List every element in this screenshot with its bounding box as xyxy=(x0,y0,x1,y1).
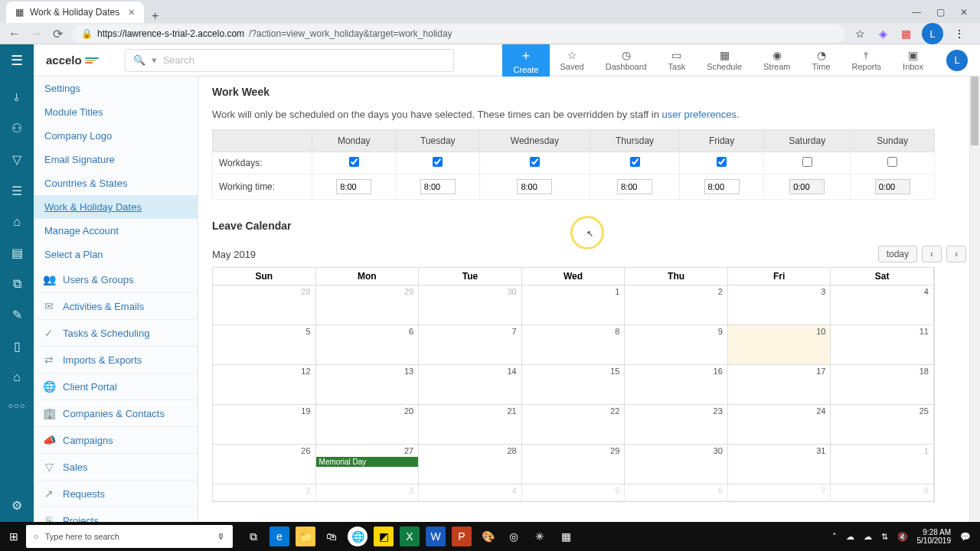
calendar-cell[interactable]: 30 xyxy=(419,285,522,325)
browser-tab[interactable]: ▦ Work & Holiday Dates × xyxy=(6,2,144,23)
forward-icon[interactable]: → xyxy=(29,27,43,41)
working-time-input[interactable] xyxy=(875,179,910,194)
calendar-cell[interactable]: 31 xyxy=(728,445,831,484)
rail-copy-icon[interactable]: ⧉ xyxy=(13,277,21,291)
calendar-cell[interactable]: 22 xyxy=(522,405,626,445)
calendar-cell[interactable]: 5 xyxy=(522,484,626,501)
working-time-input[interactable] xyxy=(789,179,825,194)
logo[interactable]: accelo xyxy=(34,54,111,67)
notes-icon[interactable]: ◩ xyxy=(374,527,394,546)
working-time-input[interactable] xyxy=(517,179,552,194)
rail-user-icon[interactable]: ⚇ xyxy=(11,121,22,135)
slack-icon[interactable]: ✳ xyxy=(530,527,550,546)
search-input[interactable]: 🔍 ▾ Search xyxy=(125,49,454,72)
hamburger-icon[interactable]: ☰ xyxy=(0,44,34,77)
close-icon[interactable]: × xyxy=(129,6,135,18)
sidebar-link[interactable]: Work & Holiday Dates xyxy=(34,195,198,219)
calendar-cell[interactable]: 24 xyxy=(728,405,831,445)
workday-checkbox[interactable] xyxy=(349,157,359,167)
back-icon[interactable]: ← xyxy=(8,27,21,41)
rail-edit-icon[interactable]: ✎ xyxy=(12,308,22,322)
working-time-input[interactable] xyxy=(704,179,740,194)
calendar-cell[interactable]: 21 xyxy=(419,405,522,445)
rail-bag-icon[interactable]: ⌂ xyxy=(13,370,21,384)
calendar-cell[interactable]: 30 xyxy=(625,445,728,484)
tray-up-icon[interactable]: ˄ xyxy=(832,532,837,542)
working-time-input[interactable] xyxy=(336,179,371,194)
rail-doc-icon[interactable]: ▤ xyxy=(11,246,23,260)
notifications-icon[interactable]: 💬 xyxy=(960,532,971,542)
user-preferences-link[interactable]: user preferences xyxy=(662,109,737,120)
sidebar-item[interactable]: 📣Campaigns xyxy=(34,427,198,454)
calendar-cell[interactable]: 4 xyxy=(831,285,934,325)
sidebar-link[interactable]: Manage Account xyxy=(34,219,198,243)
nav-saved[interactable]: ☆Saved xyxy=(550,44,595,77)
calendar-cell[interactable]: 8 xyxy=(522,325,626,365)
taskbar-clock[interactable]: 9:28 AM 5/10/2019 xyxy=(917,528,952,545)
reload-icon[interactable]: ⟳ xyxy=(51,27,64,41)
paint-icon[interactable]: 🎨 xyxy=(478,527,498,546)
sidebar-link[interactable]: Module Titles xyxy=(34,100,198,124)
sidebar-item[interactable]: ▽Sales xyxy=(34,454,198,481)
excel-icon[interactable]: X xyxy=(400,527,420,546)
extension-icon-2[interactable]: ▦ xyxy=(899,28,913,40)
nav-dashboard[interactable]: ◷Dashboard xyxy=(595,44,658,77)
explorer-icon[interactable]: 📁 xyxy=(296,527,315,546)
rail-tag-icon[interactable]: ⌂ xyxy=(13,215,21,229)
nav-task[interactable]: ▭Task xyxy=(658,44,697,77)
scrollbar[interactable] xyxy=(969,77,980,522)
calendar-cell[interactable]: 1 xyxy=(831,445,934,484)
calendar-cell[interactable]: 12 xyxy=(213,365,316,405)
calendar-cell[interactable]: 23 xyxy=(625,405,728,445)
working-time-input[interactable] xyxy=(617,179,652,194)
calendar-cell[interactable]: 10 xyxy=(728,325,831,365)
address-bar[interactable]: 🔒 https://lawrence-s-trial-2.accelo.com/… xyxy=(72,24,845,43)
nav-time[interactable]: ◔Time xyxy=(802,44,841,77)
calendar-cell[interactable]: 16 xyxy=(625,365,728,405)
rail-filter-icon[interactable]: ▽ xyxy=(12,152,21,167)
sidebar-item[interactable]: ↗Requests xyxy=(34,481,198,507)
close-window-icon[interactable]: ✕ xyxy=(960,7,968,18)
rail-page-icon[interactable]: ▯ xyxy=(14,339,21,354)
sidebar-link[interactable]: Settings xyxy=(34,77,198,100)
calendar-cell[interactable]: 2 xyxy=(625,285,728,325)
nav-stream[interactable]: ◉Stream xyxy=(753,44,801,77)
workday-checkbox[interactable] xyxy=(433,157,443,167)
calendar-cell[interactable]: 20 xyxy=(316,405,420,445)
calendar-cell[interactable]: 29 xyxy=(316,285,420,325)
word-icon[interactable]: W xyxy=(426,527,446,546)
tray-sound-icon[interactable]: 🔇 xyxy=(897,532,908,542)
maximize-icon[interactable]: ▢ xyxy=(936,7,945,18)
rail-more-icon[interactable]: ○○○ xyxy=(8,401,26,410)
minimize-icon[interactable]: — xyxy=(912,7,921,18)
workday-checkbox[interactable] xyxy=(530,157,540,167)
calendar-cell[interactable]: 4 xyxy=(419,484,522,501)
sidebar-item[interactable]: ✓Tasks & Scheduling xyxy=(34,320,198,347)
tray-wifi-icon[interactable]: ⇅ xyxy=(881,532,888,542)
sidebar-link[interactable]: Email Signature xyxy=(34,148,198,171)
create-button[interactable]: ＋Create xyxy=(502,44,549,77)
edge-icon[interactable]: e xyxy=(270,527,289,546)
sidebar-item[interactable]: ⎘Projects xyxy=(34,507,198,522)
rail-list-icon[interactable]: ☰ xyxy=(11,184,22,198)
sidebar-link[interactable]: Select a Plan xyxy=(34,243,198,266)
workday-checkbox[interactable] xyxy=(887,157,897,167)
calendar-event[interactable]: Memorial Day xyxy=(316,457,419,467)
calendar-cell[interactable]: 17 xyxy=(728,365,831,405)
tray-onedrive-icon[interactable]: ☁ xyxy=(846,532,854,542)
nav-inbox[interactable]: ▣Inbox xyxy=(892,44,934,77)
calendar-cell[interactable]: 3 xyxy=(728,285,831,325)
sidebar-item[interactable]: ✉Activities & Emails xyxy=(34,293,198,320)
calendar-cell[interactable]: 6 xyxy=(625,484,728,501)
calc-icon[interactable]: ▦ xyxy=(556,527,576,546)
calendar-cell[interactable]: 7 xyxy=(728,484,831,501)
star-icon[interactable]: ☆ xyxy=(853,28,867,40)
calendar-cell[interactable]: 19 xyxy=(213,405,316,445)
workday-checkbox[interactable] xyxy=(802,157,812,167)
calendar-cell[interactable]: 29 xyxy=(522,445,626,484)
user-avatar[interactable]: L xyxy=(946,50,968,71)
calendar-cell[interactable]: 6 xyxy=(316,325,420,365)
start-button[interactable]: ⊞ xyxy=(5,530,23,543)
sidebar-item[interactable]: 👥Users & Groups xyxy=(34,266,198,293)
next-month-button[interactable]: › xyxy=(946,246,966,262)
